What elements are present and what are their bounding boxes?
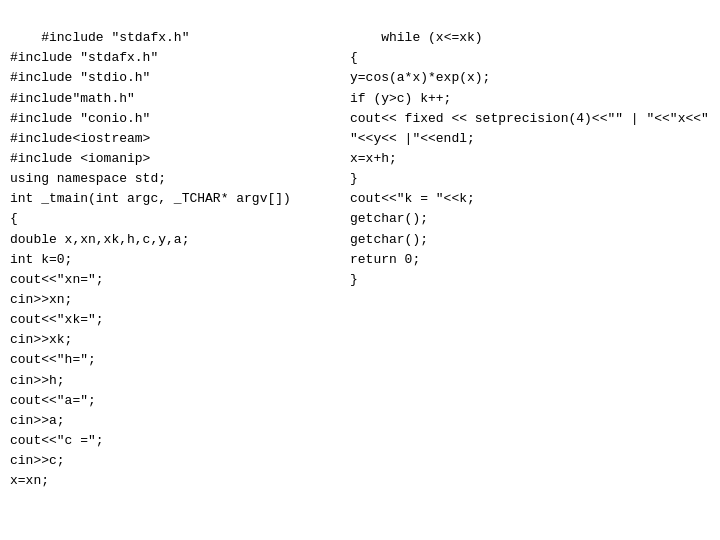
- code-column-right: while (x<=xk) { y=cos(a*x)*exp(x); if (y…: [350, 8, 720, 532]
- code-editor: #include "stdafx.h" #include "stdafx.h" …: [0, 0, 720, 540]
- code-column-left: #include "stdafx.h" #include "stdafx.h" …: [10, 8, 350, 532]
- code-line-1: #include "stdafx.h" #include "stdafx.h" …: [10, 30, 291, 488]
- code-line-right-1: while (x<=xk) { y=cos(a*x)*exp(x); if (y…: [350, 30, 720, 287]
